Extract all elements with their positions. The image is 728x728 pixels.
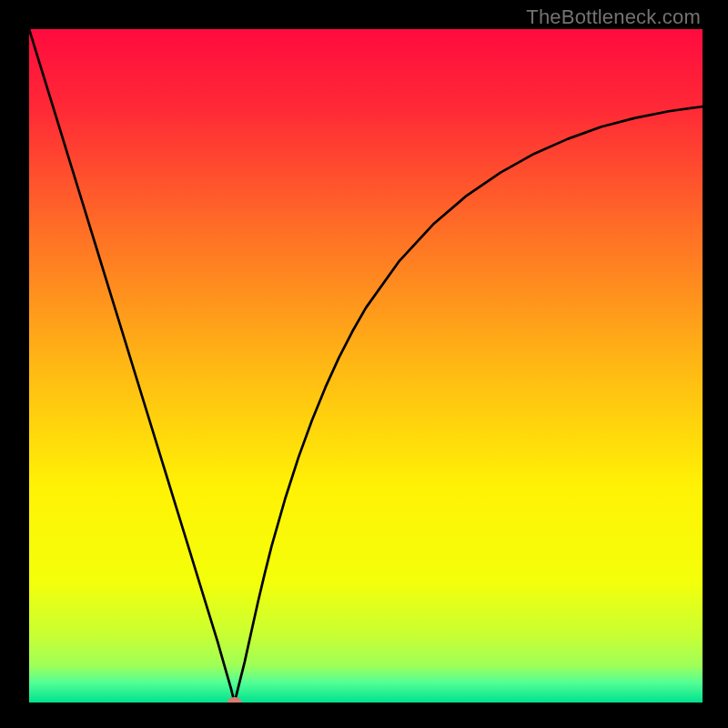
watermark-text: TheBottleneck.com (526, 5, 701, 29)
chart-background (29, 29, 703, 703)
chart-plot (29, 29, 703, 703)
chart-container: TheBottleneck.com (0, 0, 728, 728)
